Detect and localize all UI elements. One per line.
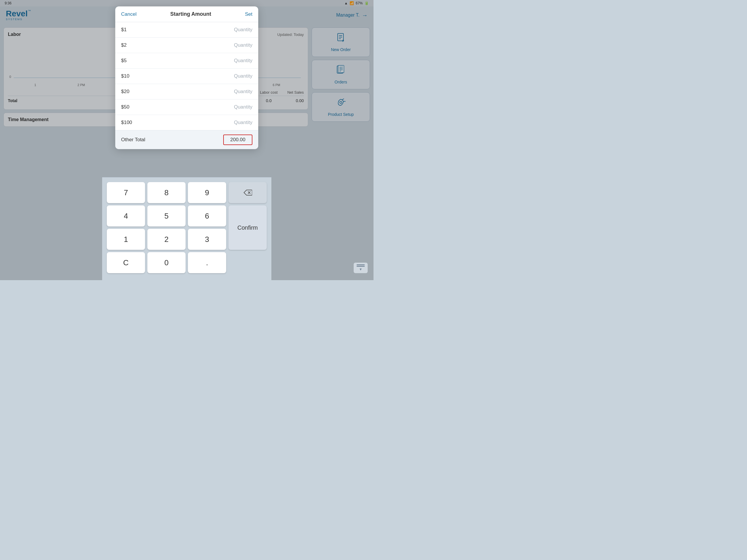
list-item-5[interactable]: $20 Quantity [115, 84, 258, 100]
modal-footer: Other Total 200.00 [115, 130, 258, 149]
item-qty-6: Quantity [234, 104, 252, 110]
key-9[interactable]: 9 [188, 182, 226, 203]
key-8[interactable]: 8 [147, 182, 186, 203]
key-1[interactable]: 1 [107, 229, 145, 250]
item-label-2: $2 [121, 42, 127, 48]
key-5[interactable]: 5 [147, 205, 186, 226]
key-2[interactable]: 2 [147, 229, 186, 250]
key-4[interactable]: 4 [107, 205, 145, 226]
item-label-7: $100 [121, 120, 132, 126]
key-confirm[interactable]: Confirm [229, 205, 267, 250]
other-total-label: Other Total [121, 137, 145, 143]
item-label-3: $5 [121, 58, 127, 63]
key-delete[interactable] [229, 182, 267, 203]
list-item-1[interactable]: $1 Quantity [115, 22, 258, 37]
item-qty-7: Quantity [234, 120, 252, 126]
modal-amount-list: $1 Quantity $2 Quantity $5 Quantity $10 … [115, 22, 258, 130]
keyboard-hide-arrow: ▼ [359, 267, 362, 272]
item-label-5: $20 [121, 89, 129, 95]
other-total-value[interactable]: 200.00 [223, 134, 252, 145]
modal-header: Cancel Starting Amount Set [115, 6, 258, 22]
numpad: 7 8 9 4 5 6 Confirm 1 2 3 C 0 . [102, 177, 272, 280]
list-item-3[interactable]: $5 Quantity [115, 53, 258, 69]
keyboard-bar-1 [357, 264, 365, 265]
key-3[interactable]: 3 [188, 229, 226, 250]
modal-title: Starting Amount [171, 11, 211, 17]
key-dot[interactable]: . [188, 252, 226, 273]
item-qty-5: Quantity [234, 89, 252, 95]
key-clear[interactable]: C [107, 252, 145, 273]
key-7[interactable]: 7 [107, 182, 145, 203]
keyboard-bar-2 [357, 266, 365, 267]
item-qty-3: Quantity [234, 58, 252, 63]
item-qty-1: Quantity [234, 27, 252, 33]
list-item-6[interactable]: $50 Quantity [115, 100, 258, 115]
keyboard-hide-button[interactable]: ▼ [354, 263, 368, 273]
list-item-2[interactable]: $2 Quantity [115, 37, 258, 53]
numpad-grid: 7 8 9 4 5 6 Confirm 1 2 3 C 0 . [107, 182, 267, 273]
item-label-4: $10 [121, 73, 129, 79]
key-6[interactable]: 6 [188, 205, 226, 226]
list-item-7[interactable]: $100 Quantity [115, 115, 258, 130]
modal-set-button[interactable]: Set [245, 11, 252, 17]
starting-amount-modal: Cancel Starting Amount Set $1 Quantity $… [115, 6, 258, 149]
list-item-4[interactable]: $10 Quantity [115, 69, 258, 84]
item-label-6: $50 [121, 104, 129, 110]
item-qty-4: Quantity [234, 73, 252, 79]
key-0[interactable]: 0 [147, 252, 186, 273]
item-qty-2: Quantity [234, 42, 252, 48]
item-label-1: $1 [121, 27, 127, 33]
modal-cancel-button[interactable]: Cancel [121, 11, 136, 17]
